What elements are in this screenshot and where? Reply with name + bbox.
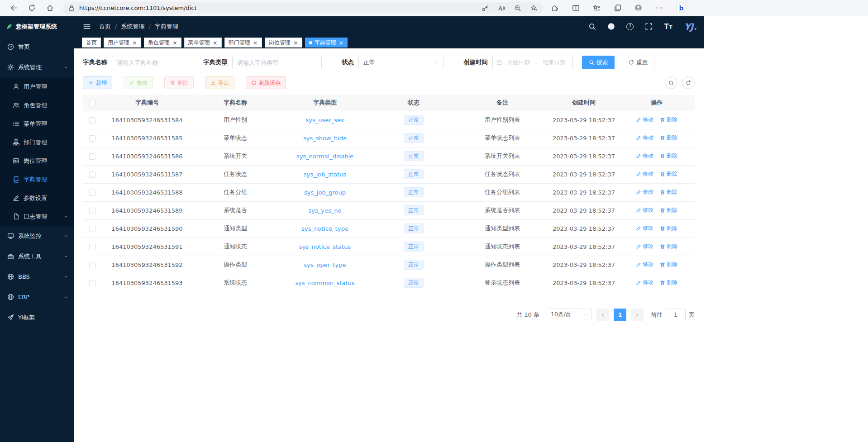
bing-icon[interactable]: b xyxy=(676,3,687,13)
collections-icon[interactable] xyxy=(614,4,621,12)
row-edit-button[interactable]: 修改 xyxy=(636,134,653,142)
sidebar-item-5[interactable]: ERP xyxy=(0,287,74,307)
close-icon[interactable]: × xyxy=(293,40,298,46)
row-checkbox[interactable] xyxy=(89,153,95,160)
dict-type-input[interactable] xyxy=(232,56,322,69)
sidebar-item-4[interactable]: BBS xyxy=(0,266,74,287)
tab-4[interactable]: 部门管理× xyxy=(224,38,262,48)
dict-name-input[interactable] xyxy=(112,56,183,69)
row-delete-button[interactable]: 删除 xyxy=(660,152,677,160)
select-all-checkbox[interactable] xyxy=(89,100,95,106)
url-text[interactable]: https://ccnetcore.com:1101/system/dict xyxy=(79,5,477,11)
row-checkbox[interactable] xyxy=(89,226,95,232)
close-icon[interactable]: × xyxy=(172,40,177,46)
browser-home-button[interactable] xyxy=(43,2,57,14)
sidebar-item-2[interactable]: 系统监控 xyxy=(0,226,74,246)
more-icon[interactable] xyxy=(655,4,663,12)
row-edit-button[interactable]: 修改 xyxy=(636,224,653,232)
row-checkbox[interactable] xyxy=(89,244,95,250)
row-checkbox[interactable] xyxy=(89,280,95,286)
row-edit-button[interactable]: 修改 xyxy=(636,116,653,124)
app-logo[interactable]: 意框架管理系统 xyxy=(0,16,74,37)
hamburger-icon[interactable] xyxy=(83,23,91,31)
sidebar-item-6[interactable]: Yi框架 xyxy=(0,307,74,328)
row-edit-button[interactable]: 修改 xyxy=(636,170,653,178)
search-icon[interactable] xyxy=(588,23,596,30)
tab-1[interactable]: 用户管理× xyxy=(104,38,141,48)
zoom-icon[interactable] xyxy=(514,5,521,12)
sidebar-item-1[interactable]: 系统管理 xyxy=(0,57,74,77)
row-delete-button[interactable]: 删除 xyxy=(660,116,677,124)
sidebar-item-3[interactable]: 系统工具 xyxy=(0,246,74,266)
next-page-button[interactable]: › xyxy=(631,309,644,321)
date-range-picker[interactable]: 开始日期 - 结束日期 xyxy=(492,56,573,69)
github-icon[interactable] xyxy=(607,23,615,30)
tab-3[interactable]: 菜单管理× xyxy=(184,38,222,48)
browser-refresh-button[interactable] xyxy=(25,2,38,14)
read-aloud-icon[interactable] xyxy=(498,5,505,12)
tab-0[interactable]: 首页 xyxy=(82,38,101,48)
sidebar-subitem-1[interactable]: 角色管理 xyxy=(0,96,74,114)
row-delete-button[interactable]: 删除 xyxy=(660,170,677,178)
row-delete-button[interactable]: 删除 xyxy=(660,261,677,268)
split-screen-icon[interactable] xyxy=(572,4,580,12)
row-edit-button[interactable]: 修改 xyxy=(636,242,653,250)
tab-5[interactable]: 岗位管理× xyxy=(265,38,302,48)
row-checkbox[interactable] xyxy=(89,262,95,268)
refresh-table-button[interactable] xyxy=(682,76,695,89)
status-select[interactable]: 正常 xyxy=(358,56,444,69)
dict-type-link[interactable]: sys_notice_type xyxy=(301,225,348,232)
close-icon[interactable]: × xyxy=(213,40,218,46)
dict-type-link[interactable]: sys_notice_status xyxy=(299,243,351,250)
row-edit-button[interactable]: 修改 xyxy=(636,279,653,286)
row-delete-button[interactable]: 删除 xyxy=(660,242,677,250)
help-icon[interactable]: ? xyxy=(626,23,634,30)
address-bar[interactable]: https://ccnetcore.com:1101/system/dict xyxy=(62,2,543,14)
row-edit-button[interactable]: 修改 xyxy=(636,261,653,268)
row-delete-button[interactable]: 删除 xyxy=(660,188,677,196)
export-button[interactable]: 导出 xyxy=(205,76,234,89)
row-checkbox[interactable] xyxy=(89,117,95,124)
sidebar-subitem-2[interactable]: 菜单管理 xyxy=(0,114,74,133)
sidebar-subitem-4[interactable]: 岗位管理 xyxy=(0,152,74,170)
delete-button[interactable]: 删除 xyxy=(164,76,194,89)
breadcrumb-item[interactable]: 首页 xyxy=(99,23,111,31)
dict-type-link[interactable]: sys_show_hide xyxy=(303,135,347,142)
row-edit-button[interactable]: 修改 xyxy=(636,206,653,214)
page-1-button[interactable]: 1 xyxy=(614,309,626,321)
dict-type-link[interactable]: sys_yes_no xyxy=(309,207,342,214)
user-menu[interactable]: YJ ▾ xyxy=(684,22,696,31)
profile-icon[interactable] xyxy=(634,4,642,12)
browser-back-button[interactable] xyxy=(7,2,20,14)
close-icon[interactable]: × xyxy=(253,40,258,46)
add-button[interactable]: 新增 xyxy=(83,76,112,89)
sidebar-subitem-6[interactable]: 参数设置 xyxy=(0,189,74,207)
breadcrumb-item[interactable]: 系统管理 xyxy=(121,23,144,31)
reset-button[interactable]: 重置 xyxy=(622,56,654,69)
sidebar-subitem-5[interactable]: 字典管理 xyxy=(0,170,74,189)
sidebar-subitem-7[interactable]: 日志管理 xyxy=(0,207,74,226)
goto-page-input[interactable] xyxy=(666,309,686,321)
favorite-add-icon[interactable] xyxy=(530,5,538,12)
tab-2[interactable]: 角色管理× xyxy=(144,38,181,48)
row-checkbox[interactable] xyxy=(89,208,95,214)
dict-type-link[interactable]: sys_user_sex xyxy=(306,117,344,124)
search-button[interactable]: 搜索 xyxy=(582,56,615,69)
dict-type-link[interactable]: sys_oper_type xyxy=(304,261,346,268)
row-edit-button[interactable]: 修改 xyxy=(636,152,653,160)
key-icon[interactable] xyxy=(482,5,489,12)
text-size-icon[interactable]: TT xyxy=(664,23,672,31)
row-checkbox[interactable] xyxy=(89,190,95,196)
sidebar-subitem-3[interactable]: 部门管理 xyxy=(0,133,74,152)
refresh-cache-button[interactable]: 刷新缓存 xyxy=(246,76,286,89)
close-icon[interactable]: × xyxy=(339,40,344,46)
sidebar-subitem-0[interactable]: 用户管理 xyxy=(0,77,74,96)
dict-type-link[interactable]: sys_job_group xyxy=(304,189,346,196)
row-delete-button[interactable]: 删除 xyxy=(660,279,677,286)
favorites-icon[interactable] xyxy=(593,4,601,12)
toggle-search-button[interactable] xyxy=(665,76,677,89)
prev-page-button[interactable]: ‹ xyxy=(596,309,609,321)
row-delete-button[interactable]: 删除 xyxy=(660,224,677,232)
sidebar-item-0[interactable]: 首页 xyxy=(0,37,74,57)
close-icon[interactable]: × xyxy=(132,40,137,46)
